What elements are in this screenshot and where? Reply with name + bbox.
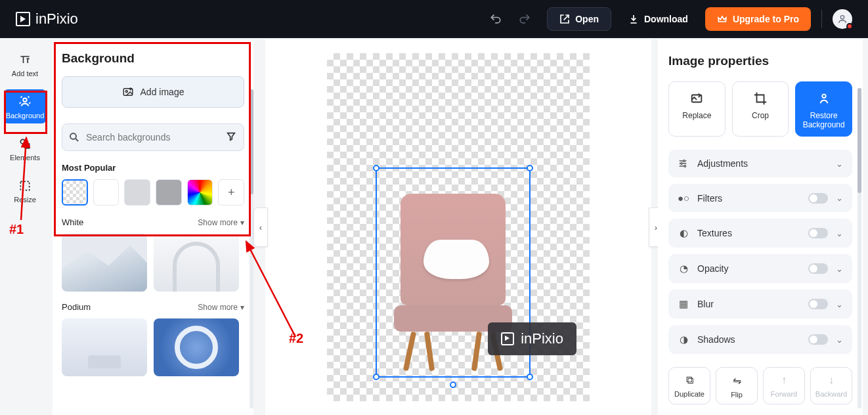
shadows-toggle[interactable] (808, 334, 828, 345)
panel-title: Background (62, 51, 244, 66)
chevron-down-icon: ⌄ (836, 159, 843, 169)
swatch-add[interactable]: + (218, 179, 244, 206)
svg-rect-4 (20, 181, 29, 190)
svg-point-9 (822, 95, 826, 98)
rail-resize[interactable]: Resize (4, 173, 46, 207)
filters-toggle[interactable] (808, 193, 828, 204)
handle-tr[interactable] (527, 165, 533, 171)
show-more-white[interactable]: Show more ▾ (198, 218, 244, 227)
crop-icon (753, 91, 768, 106)
category-podium-label: Podium (62, 302, 91, 312)
opacity-toggle[interactable] (808, 263, 828, 274)
logo-icon (16, 12, 30, 26)
replace-button[interactable]: Replace (668, 81, 726, 137)
duplicate-button[interactable]: ⧉ Duplicate (668, 367, 710, 404)
textures-icon: ◐ (678, 227, 689, 239)
add-image-label: Add image (141, 87, 184, 97)
swatch-lightgray[interactable] (124, 179, 150, 206)
bg-thumb-white-2[interactable] (154, 234, 239, 292)
right-scrollbar[interactable] (857, 88, 861, 408)
add-image-button[interactable]: Add image (62, 76, 244, 108)
download-button[interactable]: Download (617, 8, 700, 30)
watermark: inPixio (488, 322, 576, 355)
chevron-down-icon: ⌄ (836, 193, 843, 203)
swatch-transparent[interactable] (62, 179, 88, 206)
app-header: inPixio Open Download Upgrade to Pro (0, 0, 868, 38)
side-scrollbar[interactable] (250, 89, 253, 408)
svg-point-12 (684, 165, 686, 167)
background-panel: Background Add image Most Popular + Whit… (53, 41, 253, 415)
canvas-area: ‹ › inPixio (265, 39, 651, 415)
replace-icon (689, 91, 704, 106)
handle-br[interactable] (527, 374, 533, 380)
header-divider (821, 10, 822, 28)
category-white-label: White (62, 217, 83, 227)
left-rail: Add text Background Elements Resize (0, 38, 50, 415)
shadows-icon: ◑ (678, 334, 689, 345)
adjustments-icon (678, 158, 689, 169)
undo-button[interactable] (481, 7, 510, 31)
upgrade-button[interactable]: Upgrade to Pro (705, 7, 811, 31)
search-input[interactable] (62, 123, 244, 151)
app-logo: inPixio (16, 11, 78, 28)
blur-row[interactable]: ▦ Blur ⌄ (668, 290, 852, 318)
user-avatar[interactable] (833, 9, 852, 29)
textures-toggle[interactable] (808, 228, 828, 238)
textures-row[interactable]: ◐ Textures ⌄ (668, 219, 852, 248)
properties-panel: Image properties Replace Crop Restore Ba… (658, 39, 863, 415)
elements-icon (5, 137, 45, 151)
filter-icon[interactable] (226, 131, 236, 142)
shadows-row[interactable]: ◑ Shadows ⌄ (668, 325, 852, 354)
svg-point-10 (684, 160, 685, 162)
rail-background[interactable]: Background (4, 89, 46, 123)
opacity-row[interactable]: ◔ Opacity ⌄ (668, 254, 852, 283)
svg-point-2 (20, 139, 25, 144)
text-icon (5, 53, 45, 67)
properties-title: Image properties (668, 54, 852, 68)
swatch-color-picker[interactable] (187, 179, 213, 206)
artboard[interactable]: inPixio (327, 53, 590, 401)
rail-elements[interactable]: Elements (4, 131, 46, 165)
crop-button[interactable]: Crop (732, 81, 789, 137)
bg-thumb-white-1[interactable] (62, 234, 147, 292)
flip-button[interactable]: ⇋ Flip (716, 367, 758, 404)
swatch-gray[interactable] (156, 179, 182, 206)
chevron-down-icon: ⌄ (836, 229, 843, 238)
restore-background-button[interactable]: Restore Background (795, 81, 852, 137)
forward-icon: ↑ (781, 374, 787, 386)
handle-tl[interactable] (373, 165, 380, 171)
filters-row[interactable]: ●○ Filters ⌄ (668, 184, 852, 212)
chevron-down-icon: ⌄ (836, 335, 843, 345)
open-button[interactable]: Open (547, 7, 611, 31)
rail-label: Background (5, 112, 45, 120)
rail-label: Elements (5, 154, 45, 162)
show-more-podium[interactable]: Show more ▾ (198, 303, 244, 312)
handle-rotate[interactable] (450, 382, 456, 388)
rail-add-text[interactable]: Add text (4, 47, 46, 81)
rail-label: Add text (5, 70, 45, 77)
adjustments-row[interactable]: Adjustments ⌄ (668, 150, 852, 177)
svg-point-6 (125, 91, 127, 93)
chevron-down-icon: ▾ (240, 218, 244, 227)
handle-bl[interactable] (373, 374, 380, 380)
bg-thumb-podium-2[interactable] (154, 318, 239, 376)
collapse-left-button[interactable]: ‹ (253, 207, 268, 247)
blur-icon: ▦ (678, 298, 689, 310)
backward-icon: ↓ (829, 374, 834, 386)
logo-icon (501, 332, 514, 345)
svg-point-11 (681, 163, 683, 165)
duplicate-icon: ⧉ (686, 374, 693, 386)
redo-button[interactable] (510, 7, 539, 31)
resize-icon (5, 179, 45, 193)
forward-button[interactable]: ↑ Forward (763, 367, 805, 404)
restore-icon (817, 91, 831, 106)
chevron-down-icon: ⌄ (836, 299, 843, 309)
bg-thumb-podium-1[interactable] (62, 318, 147, 376)
rail-label: Resize (5, 196, 45, 204)
swatch-white[interactable] (93, 179, 119, 206)
backward-button[interactable]: ↓ Backward (810, 367, 852, 404)
search-icon (68, 131, 80, 143)
blur-toggle[interactable] (808, 299, 828, 309)
chevron-down-icon: ▾ (240, 303, 244, 312)
opacity-icon: ◔ (678, 263, 689, 274)
